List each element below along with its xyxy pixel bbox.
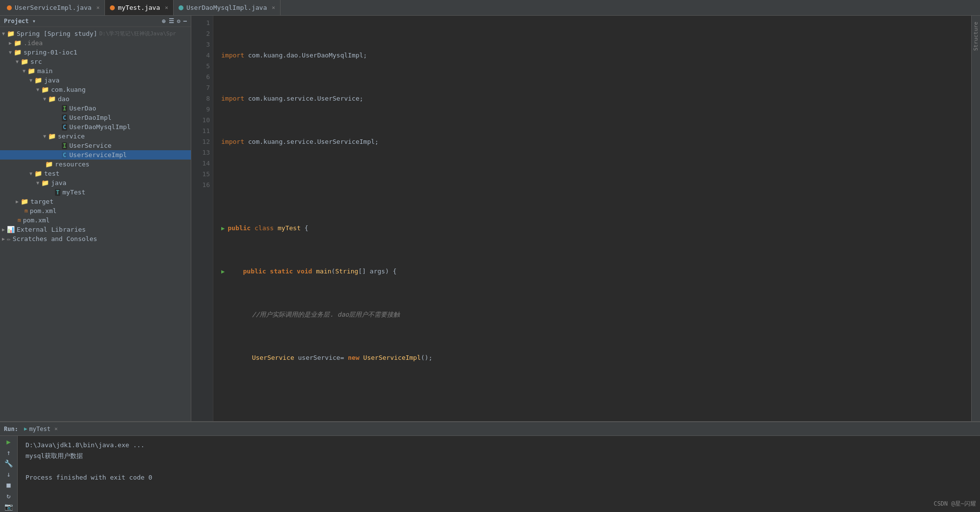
code-text: com.kuang.service.UserService; <box>248 93 363 104</box>
tree-item-pom2[interactable]: m pom.xml <box>0 216 191 225</box>
tree-label: UserDaoImpl <box>69 114 111 121</box>
folder-icon: 📁 <box>48 133 56 140</box>
tab-dot-icon <box>7 5 12 10</box>
java-class-icon: C <box>62 124 67 131</box>
code-content[interactable]: import com.kuang.dao.UserDaoMysqlImpl; i… <box>213 16 971 421</box>
structure-label: Structure <box>973 22 979 51</box>
chevron-icon: ▼ <box>43 96 46 102</box>
keyword: public static void <box>243 266 316 277</box>
output-line-3 <box>26 461 972 472</box>
tab-close-icon[interactable]: ✕ <box>272 4 275 11</box>
chevron-icon: ▼ <box>29 78 32 83</box>
tree-item-userdaomysqlimpl[interactable]: C UserDaoMysqlImpl <box>0 122 191 132</box>
tree-item-java-main[interactable]: ▼ 📁 java <box>0 76 191 85</box>
code-line-7: //用户实际调用的是业务层. dao层用户不需要接触 <box>221 309 971 320</box>
sidebar-icon4[interactable]: — <box>183 18 187 25</box>
tab-userdaomysqlimpl[interactable]: UserDaoMysqlImpl.java ✕ <box>174 0 281 15</box>
run-tab-mytest[interactable]: ▶ myTest ✕ <box>20 422 62 435</box>
code-editor: 1 2 3 4 5 6 7 8 9 10 11 12 13 14 15 16 i… <box>191 16 980 421</box>
main-area: Project ▾ ⊕ ☰ ⚙ — ▼ 📁 Spring [Spring stu… <box>0 16 980 421</box>
tree-item-userdao[interactable]: I UserDao <box>0 104 191 113</box>
chevron-icon: ▼ <box>9 50 12 55</box>
comment: //用户实际调用的是业务层. dao层用户不需要接触 <box>252 309 400 320</box>
chevron-icon: ▶ <box>9 40 12 46</box>
code-text: com.kuang.dao.UserDaoMysqlImpl; <box>248 50 367 61</box>
tree-item-pom1[interactable]: m pom.xml <box>0 206 191 216</box>
tree-item-resources[interactable]: 📁 resources <box>0 160 191 169</box>
tab-close-icon[interactable]: ✕ <box>97 4 100 11</box>
chevron-icon: ▼ <box>2 31 5 36</box>
folder-hidden-icon: 📁 <box>14 39 22 47</box>
tab-dot-icon <box>179 5 183 10</box>
code-text: (); <box>421 352 432 363</box>
sidebar-header: Project ▾ ⊕ ☰ ⚙ — <box>0 16 191 27</box>
sidebar-icon2[interactable]: ☰ <box>169 18 174 25</box>
sidebar-icon3[interactable]: ⚙ <box>177 18 181 25</box>
tree-item-target[interactable]: ▶ 📁 target <box>0 197 191 206</box>
java-interface-icon: I <box>62 142 67 149</box>
folder-icon: 📁 <box>48 95 56 103</box>
chevron-icon: ▼ <box>43 134 46 139</box>
run-stop-button[interactable]: ■ <box>3 481 14 489</box>
csdn-text: CSDN @星~闪耀 <box>933 500 976 507</box>
run-arrow-icon[interactable]: ▶ <box>221 223 225 234</box>
java-folder-icon: 📁 <box>34 77 42 84</box>
run-wrench-button[interactable]: 🔧 <box>3 459 14 467</box>
run-tab-close[interactable]: ✕ <box>54 426 58 432</box>
csdn-badge: CSDN @星~闪耀 <box>933 500 976 508</box>
sidebar-icon1[interactable]: ⊕ <box>162 18 165 25</box>
tree-item-src[interactable]: ▼ 📁 src <box>0 57 191 66</box>
chevron-icon: ▼ <box>36 180 39 186</box>
run-play-button[interactable]: ▶ <box>3 438 14 446</box>
tab-mytest[interactable]: myTest.java ✕ <box>105 0 174 15</box>
run-toolbar: ▶ ↑ 🔧 ↓ ■ ↻ 📷 ⚙ 🖨 🗑 <box>0 436 18 512</box>
keyword: class <box>255 223 278 234</box>
tree-item-main[interactable]: ▼ 📁 main <box>0 66 191 76</box>
tree-item-spring[interactable]: ▼ 📁 Spring [Spring study] D:\学习笔记\狂神说Jav… <box>0 29 191 38</box>
tab-label: UserServiceImpl.java <box>15 4 92 11</box>
tree-item-spring01[interactable]: ▼ 📁 spring-01-ioc1 <box>0 48 191 57</box>
code-text: ( <box>332 266 335 277</box>
tree-path: D:\学习笔记\狂神说Java\Spr <box>99 30 176 37</box>
tree-label: UserServiceImpl <box>69 151 127 159</box>
tree-label: UserDaoMysqlImpl <box>69 123 130 131</box>
run-rerun-button[interactable]: ↻ <box>3 492 14 500</box>
output-line-2: mysql获取用户数据 <box>26 451 972 461</box>
tree-item-userserviceimpl[interactable]: C UserServiceImpl <box>0 150 191 160</box>
chevron-icon: ▶ <box>2 236 5 242</box>
keyword: public <box>228 223 255 234</box>
xml-icon: m <box>18 217 21 223</box>
tree-item-scratches[interactable]: ▶ ✏ Scratches and Consoles <box>0 234 191 243</box>
tab-label: UserDaoMysqlImpl.java <box>186 4 267 11</box>
keyword: import <box>221 136 248 147</box>
tree-item-dao[interactable]: ▼ 📁 dao <box>0 94 191 104</box>
tree-item-java-test[interactable]: ▼ 📁 java <box>0 178 191 188</box>
tab-userserviceimpl[interactable]: UserServiceImpl.java ✕ <box>2 0 105 15</box>
run-up-button[interactable]: ↑ <box>3 449 14 457</box>
tree-item-idea[interactable]: ▶ 📁 .idea <box>0 38 191 48</box>
tree-item-service[interactable]: ▼ 📁 service <box>0 132 191 141</box>
folder-icon: 📁 <box>34 170 42 177</box>
tree-item-test[interactable]: ▼ 📁 test <box>0 169 191 178</box>
run-arrow-icon[interactable]: ▶ <box>221 266 225 277</box>
code-line-8: UserService userService= new UserService… <box>221 352 971 363</box>
run-panel: Run: ▶ myTest ✕ ▶ ↑ 🔧 ↓ ■ ↻ 📷 ⚙ 🖨 🗑 D:\J… <box>0 421 980 512</box>
tree-label: main <box>37 67 52 75</box>
tree-item-extlibs[interactable]: ▶ 📊 External Libraries <box>0 225 191 234</box>
tree-item-userservice[interactable]: I UserService <box>0 141 191 150</box>
tree-item-mytest[interactable]: T myTest <box>0 188 191 197</box>
xml-icon: m <box>25 208 28 214</box>
chevron-icon: ▶ <box>2 227 5 232</box>
tree-label: test <box>44 170 59 177</box>
code-text: { <box>305 223 309 234</box>
run-camera-button[interactable]: 📷 <box>3 503 14 511</box>
tree-item-userdaoimpl[interactable]: C UserDaoImpl <box>0 113 191 122</box>
tree-label: service <box>58 133 85 140</box>
run-down-button[interactable]: ↓ <box>3 470 14 478</box>
tree-label: resources <box>55 161 89 168</box>
tree-label: UserDao <box>69 105 96 112</box>
code-line-2: import com.kuang.service.UserService; <box>221 93 971 104</box>
tree-item-comkuang[interactable]: ▼ 📁 com.kuang <box>0 85 191 94</box>
tree-label: pom.xml <box>23 216 50 224</box>
tab-close-icon[interactable]: ✕ <box>165 4 168 11</box>
